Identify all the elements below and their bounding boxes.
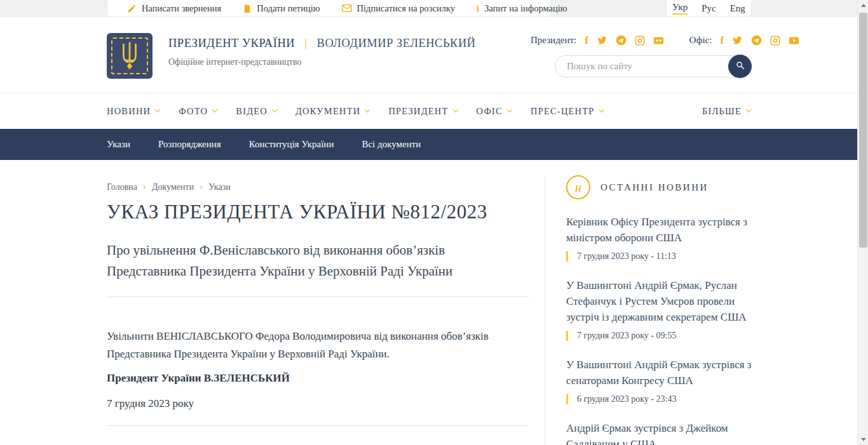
- news-item[interactable]: У Вашингтоні Андрій Єрмак зустрівся з се…: [566, 357, 752, 404]
- topbar-links: Написати звернення Подати петицію Підпис…: [107, 0, 552, 17]
- news-item-date: 6 грудня 2023 року - 23:43: [566, 394, 752, 404]
- nav-photo[interactable]: ФОТО: [179, 106, 217, 117]
- write-appeal-label: Написати звернення: [142, 3, 221, 14]
- nav-president-label: ПРЕЗИДЕНТ: [388, 106, 448, 117]
- top-strip: Написати звернення Подати петицію Підпис…: [0, 0, 857, 17]
- divider: [107, 296, 529, 297]
- subnav-constitution[interactable]: Конституція України: [249, 139, 334, 150]
- site-header: ПРЕЗИДЕНТ УКРАЇНИ | ВОЛОДИМИР ЗЕЛЕНСЬКИЙ…: [0, 17, 857, 93]
- nav-news[interactable]: НОВИНИ: [107, 106, 159, 117]
- lang-eng[interactable]: Eng: [730, 3, 745, 14]
- nav-video[interactable]: ВІДЕО: [236, 106, 276, 117]
- news-icon: н: [566, 175, 590, 199]
- breadcrumb: Головна › Документи › Укази: [107, 182, 231, 192]
- site-title-president-name: ВОЛОДИМИР ЗЕЛЕНСЬКИЙ: [317, 37, 476, 50]
- scroll-down-arrow-icon[interactable]: [858, 434, 868, 445]
- search-icon: [735, 60, 745, 72]
- chevron-down-icon: [272, 107, 277, 112]
- instagram-icon[interactable]: [770, 36, 780, 46]
- subscribe-newsletter-label: Підписатися на розсилку: [357, 3, 455, 14]
- trident-icon: [111, 37, 148, 74]
- breadcrumb-home[interactable]: Головна: [107, 182, 137, 192]
- page: Написати звернення Подати петицію Підпис…: [0, 0, 868, 445]
- scroll-up-arrow-icon[interactable]: [858, 0, 868, 11]
- chevron-down-icon: [507, 107, 512, 112]
- site-title-main: ПРЕЗИДЕНТ УКРАЇНИ: [168, 37, 295, 50]
- subscribe-newsletter-link[interactable]: Підписатися на розсилку: [331, 3, 466, 14]
- nav-video-label: ВІДЕО: [236, 106, 268, 117]
- news-item-title[interactable]: У Вашингтоні Андрій Єрмак зустрівся з се…: [566, 357, 752, 389]
- news-item-title[interactable]: У Вашингтоні Андрій Єрмак, Руслан Стефан…: [566, 278, 752, 325]
- nav-office-label: ОФІС: [477, 106, 503, 117]
- news-icon-letter: н: [575, 180, 581, 195]
- news-item-date: 7 грудня 2023 року - 09:55: [566, 331, 752, 341]
- search-input[interactable]: [555, 61, 728, 72]
- search-button[interactable]: [728, 55, 752, 78]
- news-item[interactable]: Андрій Єрмак зустрівся з Джейком Салліва…: [566, 421, 752, 445]
- site-title[interactable]: ПРЕЗИДЕНТ УКРАЇНИ | ВОЛОДИМИР ЗЕЛЕНСЬКИЙ: [168, 37, 476, 50]
- news-item-title[interactable]: Керівник Офісу Президента зустрівся з мі…: [566, 215, 752, 246]
- nav-documents-label: ДОКУМЕНТИ: [295, 106, 360, 117]
- youtube-icon[interactable]: [789, 36, 799, 45]
- news-item-date: 7 грудня 2023 року - 11:13: [566, 251, 752, 262]
- nav-press-center[interactable]: ПРЕС-ЦЕНТР: [531, 106, 604, 117]
- title-separator: |: [304, 37, 307, 50]
- decree-subtitle: Про увільнення Ф.Веніславського від вико…: [107, 240, 513, 281]
- nav-office[interactable]: ОФІС: [477, 106, 512, 117]
- news-list: Керівник Офісу Президента зустрівся з мі…: [566, 215, 752, 445]
- subnav-decrees[interactable]: Укази: [107, 139, 130, 150]
- nav-more[interactable]: БІЛЬШЕ: [702, 106, 750, 117]
- subnav-all-documents[interactable]: Всі документи: [362, 139, 421, 150]
- divider: [107, 425, 529, 426]
- social-links: Президент: f Офіс: f: [531, 35, 799, 46]
- write-appeal-link[interactable]: Написати звернення: [116, 3, 232, 14]
- subnav-orders[interactable]: Розпорядження: [158, 139, 221, 150]
- submit-petition-link[interactable]: Подати петицію: [232, 3, 330, 14]
- scrollbar-thumb[interactable]: [859, 13, 867, 248]
- breadcrumb-separator-icon: ›: [143, 182, 146, 192]
- decree-body: Увільнити ВЕНІСЛАВСЬКОГО Федора Володими…: [107, 328, 517, 363]
- twitter-icon[interactable]: [732, 36, 743, 45]
- instagram-icon[interactable]: [635, 36, 645, 46]
- submit-petition-label: Подати петицію: [257, 3, 320, 14]
- coat-of-arms-logo[interactable]: [107, 33, 153, 79]
- news-item-title[interactable]: Андрій Єрмак зустрівся з Джейком Салліва…: [566, 421, 752, 445]
- president-socials-label: Президент:: [531, 35, 576, 46]
- latest-news-title: ОСТАННІ НОВИНИ: [600, 182, 709, 193]
- lang-rus[interactable]: Рус: [702, 3, 716, 14]
- content-area: Головна › Документи › Укази УКАЗ ПРЕЗИДЕ…: [0, 160, 857, 445]
- decree-signature: Президент України В.ЗЕЛЕНСЬКИЙ: [107, 372, 529, 385]
- lang-ukr[interactable]: Укр: [672, 2, 688, 15]
- main-navigation: НОВИНИ ФОТО ВІДЕО ДОКУМЕНТИ ПРЕЗИДЕНТ ОФ…: [0, 93, 857, 129]
- twitter-icon[interactable]: [597, 36, 607, 45]
- chevron-down-icon: [452, 107, 458, 112]
- news-item[interactable]: У Вашингтоні Андрій Єрмак, Руслан Стефан…: [566, 278, 752, 341]
- information-request-link[interactable]: i Запит на інформацію: [466, 3, 578, 14]
- nav-photo-label: ФОТО: [179, 106, 208, 117]
- info-icon: i: [477, 3, 479, 14]
- nav-documents[interactable]: ДОКУМЕНТИ: [295, 106, 369, 117]
- site-subtitle: Офіційне інтернет-представництво: [168, 57, 301, 67]
- decree-article: УКАЗ ПРЕЗИДЕНТА УКРАЇНИ №812/2023 Про ув…: [107, 199, 529, 426]
- latest-news-header: н ОСТАННІ НОВИНИ: [566, 175, 752, 199]
- chevron-down-icon: [365, 107, 370, 112]
- chevron-down-icon: [155, 107, 160, 112]
- latest-news-sidebar: н ОСТАННІ НОВИНИ Керівник Офісу Президен…: [545, 175, 752, 445]
- decree-date: 7 грудня 2023 року: [107, 397, 529, 410]
- breadcrumb-documents[interactable]: Документи: [152, 182, 194, 192]
- chevron-down-icon: [746, 107, 751, 112]
- page-scrollbar[interactable]: [857, 0, 868, 445]
- nav-president[interactable]: ПРЕЗИДЕНТ: [388, 106, 457, 117]
- flickr-icon[interactable]: [653, 36, 664, 45]
- nav-press-center-label: ПРЕС-ЦЕНТР: [531, 106, 595, 117]
- breadcrumb-separator-icon: ›: [200, 182, 203, 192]
- chevron-down-icon: [212, 107, 217, 112]
- facebook-icon[interactable]: f: [720, 36, 724, 46]
- breadcrumb-decrees[interactable]: Укази: [208, 182, 231, 192]
- mail-icon: [342, 4, 352, 13]
- facebook-icon[interactable]: f: [585, 36, 588, 46]
- news-item[interactable]: Керівник Офісу Президента зустрівся з мі…: [566, 215, 752, 262]
- telegram-icon[interactable]: [751, 35, 762, 46]
- telegram-icon[interactable]: [616, 35, 627, 46]
- site-search: [555, 55, 752, 77]
